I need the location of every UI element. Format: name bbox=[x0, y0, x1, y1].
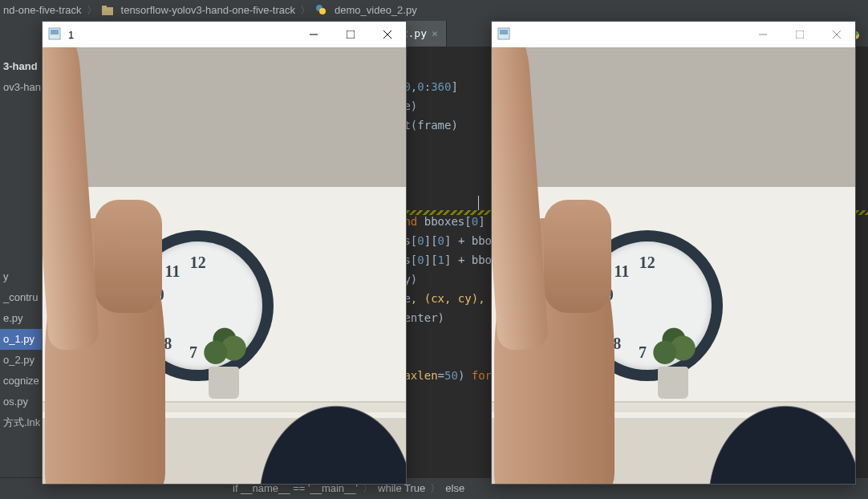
app-icon bbox=[47, 26, 63, 43]
path-breadcrumbs: nd-one-five-track 〉 tensorflow-yolov3-ha… bbox=[0, 0, 868, 22]
folder-icon bbox=[102, 0, 113, 21]
project-sidebar[interactable]: 3-hand ov3-han y _contru e.py o_1.py o_2… bbox=[0, 21, 45, 478]
app-icon bbox=[497, 26, 513, 43]
scope-else[interactable]: else bbox=[445, 478, 464, 499]
svg-rect-16 bbox=[500, 30, 508, 34]
hand-one-finger bbox=[492, 47, 644, 484]
svg-rect-0 bbox=[102, 7, 113, 15]
breadcrumb-sep: 〉 bbox=[87, 0, 97, 21]
titlebar[interactable] bbox=[492, 22, 855, 47]
breadcrumb-folder-2[interactable]: tensorflow-yolov3-hand-one-five-track bbox=[121, 0, 295, 21]
project-root-1[interactable]: 3-hand bbox=[0, 56, 44, 77]
cv-window-1[interactable]: 1 12 11 10 9 8 7 bbox=[42, 21, 407, 485]
svg-rect-10 bbox=[51, 30, 59, 34]
video-frame: 12 11 10 9 8 7 bbox=[492, 47, 855, 484]
svg-rect-1 bbox=[102, 6, 107, 8]
video-frame: 12 11 10 9 8 7 bbox=[43, 47, 406, 484]
breadcrumb-sep: 〉 bbox=[300, 0, 310, 21]
minimize-button[interactable] bbox=[295, 22, 332, 47]
maximize-button[interactable] bbox=[332, 22, 369, 47]
minimize-button[interactable] bbox=[744, 22, 781, 47]
svg-point-3 bbox=[319, 8, 326, 14]
hand-one-finger bbox=[43, 47, 195, 484]
svg-rect-18 bbox=[796, 30, 804, 39]
file-item[interactable]: e.py bbox=[0, 308, 44, 329]
text-caret bbox=[478, 196, 479, 210]
svg-rect-12 bbox=[347, 30, 355, 39]
close-button[interactable] bbox=[818, 22, 855, 47]
close-tab-icon[interactable]: × bbox=[432, 24, 438, 43]
file-item[interactable]: _contru bbox=[0, 287, 44, 308]
file-item-selected[interactable]: o_1.py bbox=[0, 329, 44, 350]
project-root-2[interactable]: ov3-han bbox=[0, 77, 44, 98]
breadcrumb-file[interactable]: demo_video_2.py bbox=[335, 0, 417, 21]
titlebar[interactable]: 1 bbox=[43, 22, 406, 47]
person-shoulder bbox=[659, 327, 855, 484]
code-text[interactable]: 00,0:360] me) ct(frame) and bboxes[0] es… bbox=[397, 58, 492, 404]
maximize-button[interactable] bbox=[781, 22, 818, 47]
window-title: 1 bbox=[68, 29, 295, 41]
file-item[interactable]: cognize bbox=[0, 371, 44, 391]
file-item[interactable]: 方式.lnk bbox=[0, 412, 44, 433]
close-button[interactable] bbox=[369, 22, 406, 47]
file-item[interactable]: os.py bbox=[0, 391, 44, 412]
person-shoulder bbox=[209, 327, 406, 484]
python-file-icon bbox=[315, 0, 327, 21]
breadcrumb-folder-1[interactable]: nd-one-five-track bbox=[3, 0, 82, 21]
file-item[interactable]: y bbox=[0, 266, 44, 287]
cv-window-2[interactable]: 12 11 10 9 8 7 bbox=[491, 21, 856, 485]
file-item[interactable]: o_2.py bbox=[0, 350, 44, 371]
